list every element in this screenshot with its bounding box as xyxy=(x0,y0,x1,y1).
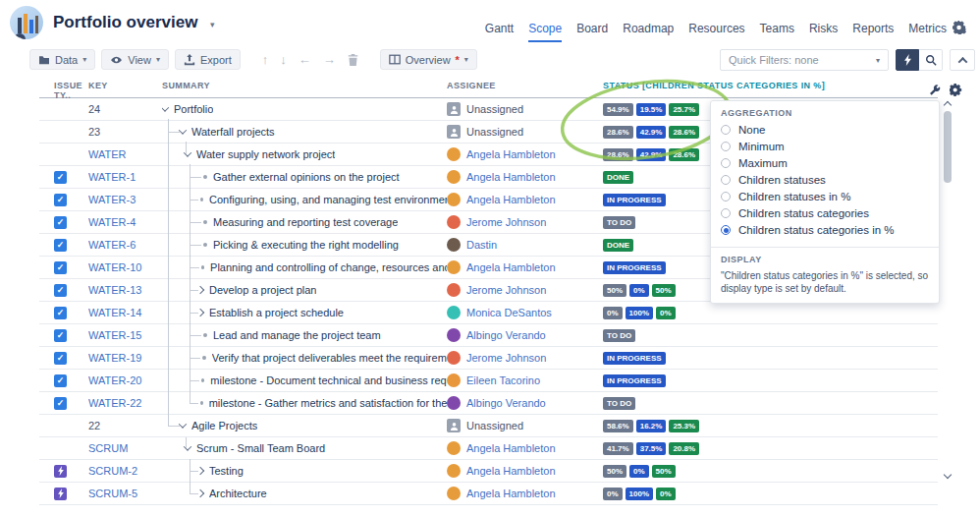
assignee-name[interactable]: Jerome Johnson xyxy=(466,216,546,228)
overview-view-button[interactable]: Overview * ▾ xyxy=(380,49,477,70)
key-cell: SCRUM xyxy=(88,437,162,459)
assignee-name[interactable]: Eileen Tacorino xyxy=(466,374,540,386)
issue-key[interactable]: WATER xyxy=(88,148,127,160)
expand-chevron-icon[interactable] xyxy=(184,442,191,450)
summary-cell: Portfolio xyxy=(162,98,447,120)
table-row[interactable]: SCRUM-2TestingAngela Hambleton50%0%50% xyxy=(39,460,938,483)
issue-key[interactable]: SCRUM-5 xyxy=(88,488,137,499)
search-button[interactable] xyxy=(919,49,943,71)
aggregation-option[interactable]: Children statuses in % xyxy=(721,188,929,204)
aggregation-option[interactable]: Children statuses xyxy=(721,171,929,188)
move-up-icon[interactable]: ↑ xyxy=(262,52,269,67)
assignee-name[interactable]: Monica DeSantos xyxy=(466,307,552,318)
assignee-name[interactable]: Angela Hambleton xyxy=(466,148,556,160)
assignee-name[interactable]: Jerome Johnson xyxy=(466,284,546,296)
export-button[interactable]: Export xyxy=(175,49,241,70)
collapse-toolbar-button[interactable] xyxy=(950,49,975,71)
issue-key[interactable]: WATER-20 xyxy=(88,374,141,386)
radio-button[interactable] xyxy=(721,192,731,201)
vertical-scrollbar[interactable] xyxy=(943,98,953,484)
scroll-up-arrow[interactable] xyxy=(944,100,952,108)
tab-scope[interactable]: Scope xyxy=(528,22,562,42)
issue-key[interactable]: WATER-4 xyxy=(88,216,136,228)
expand-chevron-icon[interactable] xyxy=(162,103,169,111)
settings-gear-icon[interactable] xyxy=(953,21,966,38)
table-row[interactable]: ✓WATER-14Establish a project scheduleMon… xyxy=(39,302,938,324)
expand-chevron-icon[interactable] xyxy=(179,420,187,428)
aggregation-option[interactable]: None xyxy=(721,121,929,138)
move-right-icon[interactable]: → xyxy=(323,52,336,67)
transformations-button[interactable] xyxy=(896,49,919,71)
collapse-chevron-icon[interactable] xyxy=(196,286,204,294)
key-cell: WATER xyxy=(88,144,162,165)
assignee-name[interactable]: Dastin xyxy=(466,239,497,251)
assignee-name[interactable]: Angela Hambleton xyxy=(466,465,556,477)
tab-teams[interactable]: Teams xyxy=(760,22,794,42)
tab-board[interactable]: Board xyxy=(576,22,608,42)
radio-button[interactable] xyxy=(721,225,731,235)
table-row[interactable]: SCRUM-5ArchitectureAngela Hambleton0%100… xyxy=(39,483,938,505)
chevron-up-icon xyxy=(957,56,967,66)
tab-roadmap[interactable]: Roadmap xyxy=(623,22,674,42)
col-header-summary[interactable]: SUMMARY xyxy=(162,81,447,97)
radio-button[interactable] xyxy=(721,208,731,218)
assignee-name[interactable]: Angela Hambleton xyxy=(466,261,556,273)
expand-chevron-icon[interactable] xyxy=(179,126,187,134)
radio-button[interactable] xyxy=(721,158,731,168)
col-header-assignee[interactable]: ASSIGNEE xyxy=(447,81,603,97)
tab-risks[interactable]: Risks xyxy=(809,22,838,42)
tab-gantt[interactable]: Gantt xyxy=(485,22,514,42)
scrollbar-thumb[interactable] xyxy=(944,111,952,183)
table-row[interactable]: ✓WATER-22milestone - Gather metrics and … xyxy=(39,392,938,415)
issue-key[interactable]: SCRUM xyxy=(88,442,128,454)
assignee-name[interactable]: Albingo Verando xyxy=(466,397,546,409)
aggregation-option[interactable]: Minimum xyxy=(721,138,929,154)
quick-filters-select[interactable]: Quick Filters: none ▾ xyxy=(720,49,889,71)
aggregation-option[interactable]: Children status categories xyxy=(721,204,929,221)
aggregation-option[interactable]: Children status categories in % xyxy=(721,221,929,238)
table-row[interactable]: ✓WATER-15Lead and manage the project tea… xyxy=(39,324,938,347)
issue-key[interactable]: WATER-3 xyxy=(88,194,136,205)
issue-key[interactable]: WATER-22 xyxy=(88,397,141,409)
issue-key[interactable]: SCRUM-2 xyxy=(88,465,137,477)
assignee-name[interactable]: Albingo Verando xyxy=(466,329,546,341)
tab-reports[interactable]: Reports xyxy=(852,22,894,42)
lightning-icon xyxy=(903,54,912,66)
col-header-issue-type[interactable]: ISSUE TY.. xyxy=(39,81,88,97)
collapse-chevron-icon[interactable] xyxy=(196,489,204,497)
col-header-status[interactable]: STATUS [CHILDREN STATUS CATEGORIES IN %] xyxy=(603,81,938,97)
radio-button[interactable] xyxy=(721,125,731,135)
title-dropdown-caret[interactable]: ▾ xyxy=(210,20,215,29)
table-row[interactable]: ✓WATER-19Verify that project deliverable… xyxy=(39,347,938,370)
issue-key[interactable]: WATER-19 xyxy=(88,352,141,364)
assignee-name[interactable]: Angela Hambleton xyxy=(466,488,556,499)
tab-resources[interactable]: Resources xyxy=(688,22,744,42)
table-row[interactable]: ✓WATER-20milestone - Document technical … xyxy=(39,370,938,392)
assignee-name[interactable]: Jerome Johnson xyxy=(466,352,546,364)
table-row[interactable]: 22Agile ProjectsUnassigned58.6%16.2%25.3… xyxy=(39,415,938,437)
aggregation-option[interactable]: Maximum xyxy=(721,154,929,171)
radio-button[interactable] xyxy=(721,175,731,185)
issue-key[interactable]: WATER-14 xyxy=(88,307,141,318)
collapse-chevron-icon[interactable] xyxy=(196,309,204,316)
issue-key[interactable]: WATER-15 xyxy=(88,329,141,341)
radio-button[interactable] xyxy=(721,142,731,151)
issue-key[interactable]: WATER-6 xyxy=(88,239,136,251)
issue-key[interactable]: WATER-1 xyxy=(88,171,136,183)
view-menu-button[interactable]: View▾ xyxy=(101,49,169,70)
move-down-icon[interactable]: ↓ xyxy=(280,52,287,67)
data-menu-button[interactable]: Data▾ xyxy=(29,49,95,70)
collapse-chevron-icon[interactable] xyxy=(196,467,204,475)
col-header-key[interactable]: KEY xyxy=(88,81,162,97)
assignee-name[interactable]: Angela Hambleton xyxy=(466,194,556,205)
trash-icon[interactable] xyxy=(348,54,358,66)
issue-key[interactable]: WATER-10 xyxy=(88,261,141,273)
scroll-down-arrow[interactable] xyxy=(944,472,952,480)
move-left-icon[interactable]: ← xyxy=(299,52,311,67)
tab-metrics[interactable]: Metrics xyxy=(908,22,947,42)
table-row[interactable]: SCRUMScrum - Small Team BoardAngela Hamb… xyxy=(39,437,938,460)
assignee-name[interactable]: Angela Hambleton xyxy=(466,442,556,454)
expand-chevron-icon[interactable] xyxy=(184,148,191,156)
issue-key[interactable]: WATER-13 xyxy=(88,284,141,296)
assignee-name[interactable]: Angela Hambleton xyxy=(466,171,556,183)
